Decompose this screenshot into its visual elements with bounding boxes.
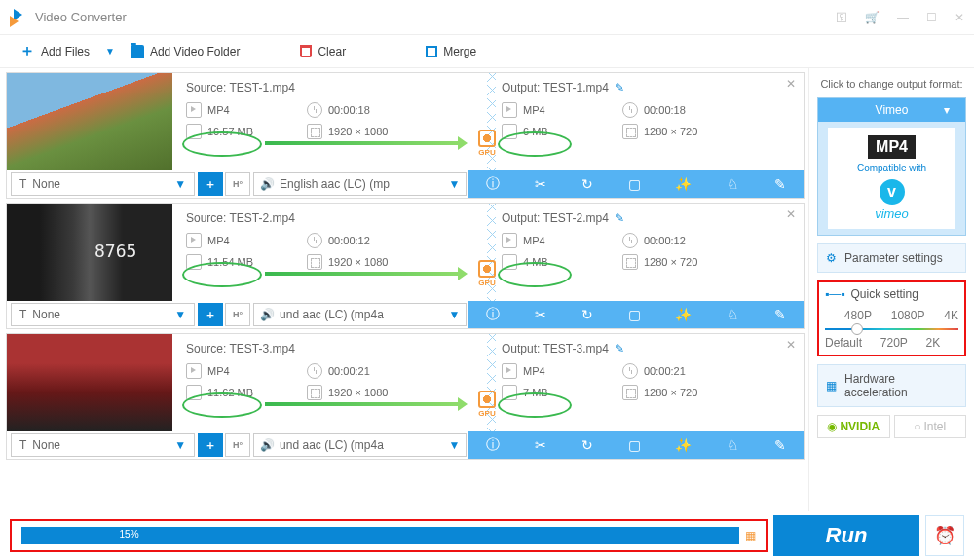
effects-icon[interactable]: ✨ <box>675 176 692 192</box>
source-label: Source: TEST-2.mp4 <box>186 211 474 225</box>
cut-icon[interactable]: ✂ <box>535 176 546 192</box>
video-thumbnail[interactable] <box>7 334 172 431</box>
titlebar: Video Converter ⚿ 🛒 — ☐ ✕ <box>0 0 974 35</box>
output-preset[interactable]: Vimeo MP4 Compatible with v vimeo <box>817 97 966 236</box>
toolbar: ＋Add Files ▼ Add Video Folder Clear Merg… <box>0 35 974 68</box>
sidebar: Click to change output format: Vimeo MP4… <box>808 68 974 511</box>
format-badge: MP4 <box>868 135 916 159</box>
rotate-icon[interactable]: ↻ <box>581 176 593 192</box>
crop-icon[interactable]: ▢ <box>628 437 641 453</box>
minimize-icon[interactable]: — <box>897 11 909 24</box>
video-thumbnail[interactable] <box>7 73 172 170</box>
maximize-icon[interactable]: ☐ <box>926 11 937 24</box>
format-icon <box>502 102 517 118</box>
audio-dropdown[interactable]: 🔊und aac (LC) (mp4a▼ <box>253 433 467 457</box>
add-files-dropdown[interactable]: ▼ <box>105 46 115 56</box>
progress-bar: 15% <box>21 527 739 544</box>
watermark-icon[interactable]: ♘ <box>727 176 739 192</box>
format-icon <box>186 363 202 379</box>
hd-button[interactable]: H° <box>225 433 250 457</box>
video-thumbnail[interactable] <box>7 204 172 301</box>
file-icon <box>502 124 517 139</box>
crop-icon[interactable]: ▢ <box>628 176 641 192</box>
speaker-icon: 🔊 <box>260 438 275 452</box>
cut-icon[interactable]: ✂ <box>535 307 546 322</box>
speaker-icon: 🔊 <box>260 177 275 191</box>
file-icon <box>502 254 517 270</box>
remove-icon[interactable]: ✕ <box>786 77 796 91</box>
clock-icon <box>622 102 638 118</box>
gpu-icon: GPU <box>478 391 496 418</box>
subtitle-dropdown[interactable]: TNone▼ <box>11 433 195 457</box>
schedule-button[interactable]: ⏰ <box>925 515 964 556</box>
output-folder-icon[interactable]: ▦ <box>745 529 756 542</box>
edit-icon[interactable]: ✎ <box>615 342 624 355</box>
audio-dropdown[interactable]: 🔊English aac (LC) (mp▼ <box>253 172 467 196</box>
dimensions-icon <box>622 254 638 270</box>
subtitle-icon[interactable]: ✎ <box>774 176 786 192</box>
edit-icon[interactable]: ✎ <box>615 81 624 94</box>
intel-button[interactable]: ○Intel <box>894 415 967 438</box>
audio-dropdown[interactable]: 🔊und aac (LC) (mp4a▼ <box>253 303 467 326</box>
vimeo-icon: v <box>880 179 905 205</box>
cart-icon[interactable]: 🛒 <box>865 11 880 24</box>
parameter-settings-button[interactable]: ⚙Parameter settings <box>817 243 966 273</box>
cut-icon[interactable]: ✂ <box>535 437 546 453</box>
folder-icon <box>131 45 144 58</box>
watermark-icon[interactable]: ♘ <box>727 437 739 453</box>
subtitle-dropdown[interactable]: TNone▼ <box>11 303 195 326</box>
edit-tools: ⓘ ✂ ↻ ▢ ✨ ♘ ✎ <box>468 301 804 328</box>
bottom-bar: 15% ▦ Run ⏰ <box>0 511 974 560</box>
quick-setting-panel: ▪—▪Quick setting 480P1080P4K Default720P… <box>817 280 966 356</box>
add-subtitle-button[interactable]: ＋ <box>198 303 223 326</box>
info-icon[interactable]: ⓘ <box>486 436 500 454</box>
add-subtitle-button[interactable]: ＋ <box>198 172 223 196</box>
effects-icon[interactable]: ✨ <box>675 437 692 453</box>
rotate-icon[interactable]: ↻ <box>581 307 593 322</box>
close-icon[interactable]: ✕ <box>955 11 964 24</box>
source-label: Source: TEST-1.mp4 <box>186 81 474 94</box>
hd-button[interactable]: H° <box>225 303 250 326</box>
subtitle-icon[interactable]: ✎ <box>774 307 786 322</box>
subtitle-dropdown[interactable]: TNone▼ <box>11 172 195 196</box>
info-icon[interactable]: ⓘ <box>486 175 500 193</box>
add-subtitle-button[interactable]: ＋ <box>198 433 223 457</box>
remove-icon[interactable]: ✕ <box>786 207 796 221</box>
format-icon <box>186 233 202 248</box>
clock-icon <box>622 363 638 379</box>
run-button[interactable]: Run <box>773 515 919 556</box>
edit-icon[interactable]: ✎ <box>615 211 624 225</box>
remove-icon[interactable]: ✕ <box>786 338 796 352</box>
key-icon[interactable]: ⚿ <box>836 11 847 24</box>
subtitle-icon[interactable]: ✎ <box>774 437 786 453</box>
add-folder-button[interactable]: Add Video Folder <box>121 41 250 62</box>
format-icon <box>186 102 202 118</box>
nvidia-button[interactable]: ◉NVIDIA <box>817 415 890 438</box>
watermark-icon[interactable]: ♘ <box>727 307 739 322</box>
clear-button[interactable]: Clear <box>290 41 356 62</box>
quality-slider[interactable] <box>825 328 958 330</box>
effects-icon[interactable]: ✨ <box>675 307 692 322</box>
crop-icon[interactable]: ▢ <box>628 307 641 322</box>
clock-icon <box>307 363 322 379</box>
speaker-icon: 🔊 <box>260 308 275 321</box>
file-list: Source: TEST-1.mp4 MP4 00:00:18 16.57 MB… <box>0 68 808 511</box>
dimensions-icon <box>307 254 322 270</box>
merge-icon <box>426 46 437 57</box>
format-icon <box>502 233 517 248</box>
output-label: Output: TEST-1.mp4✎ <box>502 81 790 94</box>
rotate-icon[interactable]: ↻ <box>581 437 593 453</box>
clock-icon <box>307 233 322 248</box>
hardware-accel-button[interactable]: ▦Hardware acceleration <box>817 364 966 407</box>
hd-button[interactable]: H° <box>225 172 250 196</box>
info-icon[interactable]: ⓘ <box>486 306 500 323</box>
add-files-button[interactable]: ＋Add Files <box>10 37 99 65</box>
dimensions-icon <box>622 385 638 400</box>
gpu-icon: GPU <box>478 130 496 157</box>
edit-tools: ⓘ ✂ ↻ ▢ ✨ ♘ ✎ <box>468 170 804 198</box>
file-icon <box>186 385 202 400</box>
dimensions-icon <box>307 124 322 139</box>
merge-button[interactable]: Merge <box>416 41 486 62</box>
file-row: Source: TEST-2.mp4 MP4 00:00:12 11.54 MB… <box>6 203 805 329</box>
file-icon <box>186 254 202 270</box>
